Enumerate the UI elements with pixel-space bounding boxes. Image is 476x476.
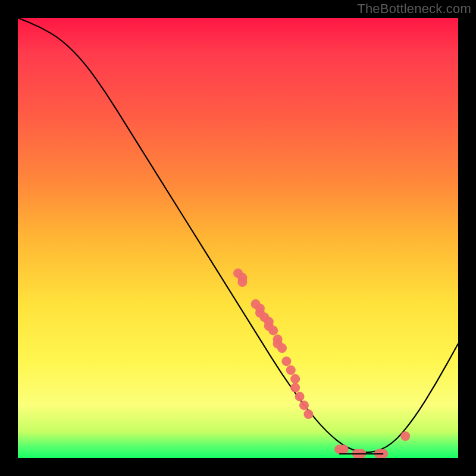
watermark-text: TheBottleneck.com bbox=[357, 1, 471, 17]
data-point bbox=[299, 400, 309, 410]
bottleneck-curve bbox=[18, 18, 458, 452]
plot-area bbox=[18, 18, 458, 458]
data-point bbox=[339, 444, 349, 454]
data-point bbox=[286, 365, 296, 375]
data-point bbox=[268, 325, 278, 335]
data-point bbox=[277, 343, 287, 353]
data-point bbox=[290, 374, 300, 384]
data-point bbox=[295, 392, 305, 401]
scatter-points-group bbox=[233, 268, 410, 458]
data-point bbox=[303, 409, 313, 419]
data-point bbox=[237, 277, 247, 287]
chart-frame: TheBottleneck.com bbox=[0, 0, 476, 476]
chart-svg-overlay bbox=[18, 18, 458, 458]
data-point bbox=[400, 431, 410, 441]
data-point bbox=[290, 383, 300, 393]
data-point bbox=[281, 356, 291, 366]
